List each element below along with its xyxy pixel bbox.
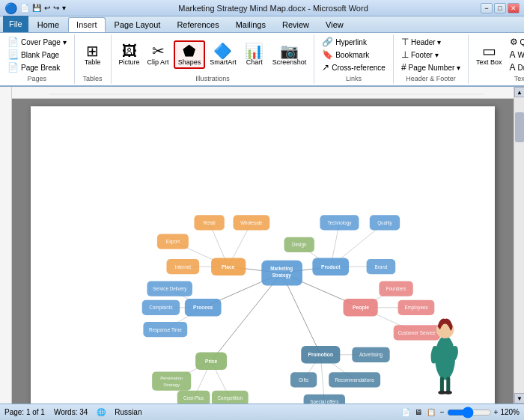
svg-text:Place: Place xyxy=(222,264,235,270)
page-break-button[interactable]: 📄 Page Break xyxy=(4,61,70,73)
svg-text:Employees: Employees xyxy=(404,305,427,311)
hyperlink-button[interactable]: 🔗 Hyperlink xyxy=(319,36,389,48)
svg-text:Customer Service: Customer Service xyxy=(398,330,436,335)
pages-label: Pages xyxy=(28,73,47,82)
tab-view[interactable]: View xyxy=(318,17,351,32)
screenshot-button[interactable]: 📷 Screenshot xyxy=(269,42,310,67)
svg-text:Response Time: Response Time xyxy=(149,327,182,333)
tab-review[interactable]: Review xyxy=(275,17,317,32)
svg-text:Internet: Internet xyxy=(175,264,192,270)
ruler-vertical xyxy=(0,87,12,404)
header-footer-label: Header & Footer xyxy=(406,73,456,82)
page-container[interactable]: Marketing Strategy Place Process Price xyxy=(12,99,514,404)
svg-text:Export: Export xyxy=(166,239,180,245)
title-bar: 🔵 📄 💾 ↩ ↪ ▾ Marketing Strategy Mind Map.… xyxy=(0,0,524,16)
cover-page-button[interactable]: 📄 Cover Page ▾ xyxy=(4,36,70,48)
svg-text:Complaints: Complaints xyxy=(149,305,173,311)
svg-text:Strategy: Strategy xyxy=(163,383,180,387)
svg-text:Cost-Plus: Cost-Plus xyxy=(183,395,204,401)
svg-text:Design: Design xyxy=(292,242,307,248)
scroll-track[interactable] xyxy=(514,97,524,393)
svg-text:Recommendations: Recommendations xyxy=(335,377,374,383)
page-status: Page: 1 of 1 xyxy=(4,408,45,416)
quick-parts-button[interactable]: ⚙ Quick Parts ▾ xyxy=(507,36,524,48)
drop-cap-button[interactable]: A Drop Cap ▾ xyxy=(507,61,524,73)
bookmark-button[interactable]: 🔖 Bookmark xyxy=(319,49,389,61)
svg-text:Gifts: Gifts xyxy=(299,377,308,383)
ribbon-group-tables: ⊞ Table Tables xyxy=(75,34,112,84)
ribbon: 📄 Cover Page ▾ 📃 Blank Page 📄 Page Break… xyxy=(0,33,524,87)
shapes-button[interactable]: ⬟ Shapes xyxy=(174,40,206,69)
view-print-icon[interactable]: 📄 xyxy=(401,408,410,416)
svg-text:Competition: Competition xyxy=(218,395,243,401)
svg-rect-90 xyxy=(440,377,444,392)
ribbon-group-pages: 📄 Cover Page ▾ 📃 Blank Page 📄 Page Break… xyxy=(0,34,75,84)
links-label: Links xyxy=(346,73,362,82)
ribbon-group-header-footer: ⊤ Header ▾ ⊥ Footer ▾ # Page Number ▾ He… xyxy=(394,34,469,84)
header-button[interactable]: ⊤ Header ▾ xyxy=(398,36,463,48)
illustrations-label: Illustrations xyxy=(195,73,230,82)
svg-text:Founders: Founders xyxy=(386,286,406,291)
blank-page-button[interactable]: 📃 Blank Page xyxy=(4,49,70,61)
svg-text:Special offers: Special offers xyxy=(310,399,338,404)
chart-button[interactable]: 📊 Chart xyxy=(241,42,268,67)
zoom-in-button[interactable]: + xyxy=(494,408,499,416)
language-label: Russian xyxy=(115,408,141,416)
language-indicator[interactable]: 🌐 xyxy=(97,408,106,416)
maximize-button[interactable]: □ xyxy=(494,3,506,13)
ruler-horizontal: for(let i=0;i<580;i+=10){ document.curre… xyxy=(12,87,514,99)
app-window: 🔵 📄 💾 ↩ ↪ ▾ Marketing Strategy Mind Map.… xyxy=(0,0,524,420)
tab-home[interactable]: Home xyxy=(30,17,67,32)
svg-point-93 xyxy=(445,391,452,395)
text-label: Text xyxy=(514,73,524,82)
status-bar: Page: 1 of 1 Words: 34 🌐 Russian 📄 🖥 📋 −… xyxy=(0,404,524,420)
picture-button[interactable]: 🖼 Picture xyxy=(116,42,143,67)
svg-text:Promotion: Promotion xyxy=(308,352,333,357)
document-page: Marketing Strategy Place Process Price xyxy=(31,106,495,404)
content-area: for(let i=0;i<580;i+=10){ document.curre… xyxy=(0,87,524,404)
svg-text:Technology: Technology xyxy=(328,220,353,226)
svg-text:Quality: Quality xyxy=(377,220,392,226)
view-web-icon[interactable]: 🖥 xyxy=(415,408,422,416)
page-number-button[interactable]: # Page Number ▾ xyxy=(398,61,463,73)
zoom-out-button[interactable]: − xyxy=(440,408,445,416)
ribbon-group-links: 🔗 Hyperlink 🔖 Bookmark ↗ Cross-reference… xyxy=(314,34,394,84)
svg-rect-91 xyxy=(446,377,450,392)
tab-mailings[interactable]: Mailings xyxy=(228,17,273,32)
tab-file[interactable]: File xyxy=(3,16,28,32)
svg-rect-59 xyxy=(152,371,191,390)
cross-reference-button[interactable]: ↗ Cross-reference xyxy=(319,61,389,73)
tab-page-layout[interactable]: Page Layout xyxy=(107,17,168,32)
zoom-level: 120% xyxy=(500,408,520,416)
tab-references[interactable]: References xyxy=(169,17,226,32)
scroll-down-button[interactable]: ▼ xyxy=(514,393,524,404)
clip-art-button[interactable]: ✂ Clip Art xyxy=(144,42,172,67)
footer-button[interactable]: ⊥ Footer ▾ xyxy=(398,49,463,61)
svg-text:People: People xyxy=(353,305,369,311)
tables-label: Tables xyxy=(83,73,103,82)
table-button[interactable]: ⊞ Table xyxy=(79,42,106,67)
scroll-thumb[interactable] xyxy=(515,112,524,142)
svg-text:Penetration: Penetration xyxy=(160,376,183,380)
svg-text:Wholesale: Wholesale xyxy=(240,220,263,225)
view-outline-icon[interactable]: 📋 xyxy=(427,408,436,416)
text-box-button[interactable]: ▭ Text Box xyxy=(473,42,505,67)
zoom-slider[interactable] xyxy=(447,407,492,419)
svg-text:Marketing: Marketing xyxy=(270,266,293,272)
close-button[interactable]: ✕ xyxy=(508,3,520,13)
smartart-button[interactable]: 🔷 SmartArt xyxy=(207,42,240,67)
mindmap-diagram: Marketing Strategy Place Process Price xyxy=(31,106,495,404)
scroll-up-button[interactable]: ▲ xyxy=(514,87,524,97)
ribbon-group-illustrations: 🖼 Picture ✂ Clip Art ⬟ Shapes 🔷 SmartArt… xyxy=(112,34,315,84)
svg-rect-0 xyxy=(49,87,484,98)
minimize-button[interactable]: − xyxy=(481,3,493,13)
svg-text:Price: Price xyxy=(205,359,218,364)
svg-text:Advertising: Advertising xyxy=(359,352,383,358)
words-status: Words: 34 xyxy=(54,408,88,416)
ribbon-tab-bar: File Home Insert Page Layout References … xyxy=(0,16,524,33)
wordart-button[interactable]: A WordArt ▾ xyxy=(507,49,524,61)
tab-insert[interactable]: Insert xyxy=(68,17,106,32)
svg-text:Service Delivery: Service Delivery xyxy=(153,286,187,292)
svg-line-5 xyxy=(211,273,281,362)
vertical-scrollbar[interactable]: ▲ ▼ xyxy=(514,87,524,404)
